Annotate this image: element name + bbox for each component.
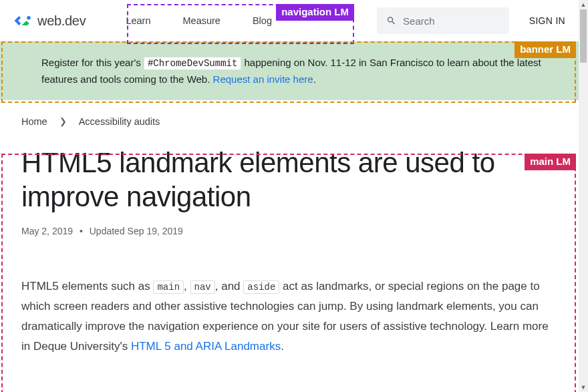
banner-hashtag: #ChromeDevSummit [144, 57, 241, 70]
banner-period: . [313, 73, 316, 85]
nav-measure[interactable]: Measure [183, 13, 220, 29]
scrollbar-track[interactable]: ▲ ▼ [579, 0, 588, 392]
nav-learn[interactable]: Learn [126, 13, 150, 29]
logo-text: web.dev [37, 13, 86, 29]
search-icon [386, 15, 396, 27]
page-title: HTML5 landmark elements are used to impr… [21, 146, 557, 214]
banner-invite-link[interactable]: Request an invite here [213, 73, 313, 85]
breadcrumb-home[interactable]: Home [21, 116, 47, 127]
main-content: HTML5 landmark elements are used to impr… [0, 139, 579, 356]
article-body: HTML5 elements such as main, nav, and as… [21, 276, 557, 356]
chevron-right-icon: ❯ [59, 116, 67, 126]
nav-blog[interactable]: Blog [253, 13, 272, 29]
scroll-down-arrow[interactable]: ▼ [579, 383, 588, 392]
breadcrumb: Home ❯ Accessibility audits [0, 100, 579, 139]
scrollbar-thumb[interactable] [580, 9, 587, 63]
search-box[interactable] [377, 7, 509, 34]
signin-button[interactable]: SIGN IN [529, 15, 565, 26]
updated-label: Updated [90, 226, 128, 236]
search-input[interactable] [403, 15, 500, 27]
article-meta: May 2, 2019 • Updated Sep 19, 2019 [21, 226, 557, 236]
date-updated: Sep 19, 2019 [128, 226, 183, 236]
logo[interactable]: web.dev [13, 13, 86, 29]
logo-icon [13, 15, 32, 27]
site-header: web.dev Learn Measure Blog SIGN IN [0, 0, 579, 41]
code-main: main [153, 280, 184, 294]
code-nav: nav [190, 280, 215, 294]
date-published: May 2, 2019 [21, 226, 73, 236]
promo-banner: Register for this year's #ChromeDevSummi… [0, 41, 579, 100]
banner-text: Register for this year's [41, 57, 144, 68]
primary-nav: Learn Measure Blog [126, 13, 272, 29]
scroll-up-arrow[interactable]: ▲ [579, 0, 588, 9]
svg-point-0 [27, 16, 31, 20]
breadcrumb-current[interactable]: Accessibility audits [79, 116, 160, 127]
deque-link[interactable]: HTML 5 and ARIA Landmarks [131, 340, 281, 353]
code-aside: aside [243, 280, 279, 294]
